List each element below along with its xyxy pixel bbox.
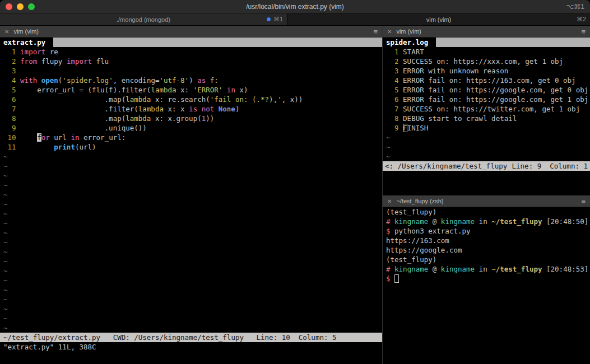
pane-menu-icon[interactable]: ≡	[581, 197, 586, 206]
tab-mongod[interactable]: ./mongod (mongod) ⌘1	[0, 13, 287, 25]
text-segment: https://163.com	[386, 236, 449, 245]
text-segment: $	[386, 274, 391, 283]
text-segment: or	[41, 133, 50, 142]
line-number: 2	[3, 57, 16, 66]
tab-shortcut: ⌘2	[577, 16, 586, 23]
line-number: 4	[386, 76, 399, 85]
text-segment: flu	[92, 57, 109, 66]
code-line: 10 for url in error_url:	[0, 133, 382, 142]
text-segment: ))	[206, 114, 214, 123]
vim-tabline-fill	[53, 38, 382, 47]
minimize-window-button[interactable]	[17, 3, 24, 10]
log-line: 3ERROR with unknown reason	[383, 66, 590, 76]
shell-line: https://google.com	[383, 245, 590, 255]
tilde-line: ~	[0, 314, 382, 323]
text-segment: , x))	[282, 95, 303, 104]
log-terminal[interactable]: spider.log 1START2SUCCESS on: https://xx…	[383, 38, 590, 195]
pane-log: ✕ vim (vim) ≡ spider.log 1START2SUCCESS …	[383, 26, 590, 195]
hollow-cursor: F	[403, 124, 407, 132]
text-segment: print	[54, 143, 75, 151]
tab-activity-indicator-icon	[267, 17, 271, 21]
editor-message-line: "extract.py" 11L, 388C	[0, 342, 382, 352]
text-segment: import	[67, 57, 92, 66]
text-segment: (test_flupy)	[386, 255, 436, 264]
zoom-window-button[interactable]	[28, 3, 35, 10]
code-line: 9 .unique())	[0, 123, 382, 133]
text-segment	[20, 143, 54, 151]
pane-menu-icon[interactable]: ≡	[581, 27, 586, 36]
text-segment: x:	[176, 86, 193, 94]
text-segment: error_url = (flu(f).filter(	[20, 86, 151, 94]
pane-menu-icon[interactable]: ≡	[373, 27, 378, 36]
terminal-window: /usr/local/bin/vim extract.py (vim) ⌥⌘1 …	[0, 0, 590, 364]
tilde-marker: ~	[3, 305, 8, 313]
text-segment: x)	[235, 86, 248, 94]
line-number: 5	[3, 85, 16, 95]
pane-editor-header: ✕ vim (vim) ≡	[0, 26, 382, 38]
text-segment: [20:48:50]	[542, 217, 589, 226]
text-segment: kingname	[441, 217, 475, 226]
text-segment: .map(	[20, 95, 126, 104]
pane-title: vim (vim)	[13, 28, 39, 35]
text-segment: None	[219, 105, 235, 113]
tilde-marker: ~	[3, 181, 8, 189]
shell-terminal[interactable]: (test_flupy)# kingname @ kingname in ~/t…	[383, 207, 590, 364]
editor-terminal[interactable]: extract.py 1import re2from flupy import …	[0, 38, 382, 364]
tilde-marker: ~	[3, 286, 8, 294]
vim-tab-current[interactable]: spider.log	[383, 38, 436, 47]
text-segment: python3 extract.py	[391, 227, 471, 235]
text-segment: INISH	[407, 124, 429, 132]
tilde-marker: ~	[3, 324, 8, 332]
tilde-line: ~	[0, 323, 382, 333]
text-segment: ERROR fail on: https://google.com, get 0…	[403, 86, 588, 94]
close-window-button[interactable]	[6, 3, 12, 10]
text-segment: ~/test_flupy	[491, 217, 542, 226]
close-pane-icon[interactable]: ✕	[383, 198, 396, 204]
log-line: 7SUCCESS on: https://twitter.com, get 1 …	[383, 104, 590, 114]
shell-line: $ python3 extract.py	[383, 226, 590, 236]
code-line: 7 .filter(lambda x: x is not None)	[0, 104, 382, 114]
tilde-marker: ~	[3, 314, 8, 323]
titlebar[interactable]: /usr/local/bin/vim extract.py (vim) ⌥⌘1	[0, 0, 590, 13]
vim-tabline: extract.py	[0, 38, 382, 47]
tilde-marker: ~	[3, 190, 8, 199]
tilde-line: ~	[0, 237, 382, 247]
line-number: 11	[3, 142, 16, 152]
text-segment	[391, 265, 395, 273]
close-pane-icon[interactable]: ✕	[0, 29, 13, 35]
text-segment: @	[428, 217, 441, 226]
text-segment: 'fail on: (.*?),'	[210, 95, 282, 104]
pane-shell-header: ✕ ~/test_flupy (zsh) ≡	[383, 195, 590, 207]
text-segment: x: re.search(	[151, 95, 210, 104]
text-segment: open	[41, 76, 58, 85]
code-line: 1import re	[0, 47, 382, 57]
line-number: 9	[3, 123, 16, 133]
text-segment: url	[50, 133, 71, 142]
traffic-lights	[0, 3, 35, 10]
tilde-line: ~	[0, 218, 382, 228]
log-statusline: <: /Users/kingname/test_flupy Line: 9 Co…	[383, 161, 590, 171]
tab-vim[interactable]: vim (vim) ⌘2	[287, 13, 590, 25]
vim-tab-current[interactable]: extract.py	[0, 38, 53, 47]
text-segment: flupy	[37, 57, 67, 66]
tab-bar: ./mongod (mongod) ⌘1 vim (vim) ⌘2	[0, 13, 590, 26]
text-segment: kingname	[394, 265, 428, 273]
code-line: 4with open('spider.log', encoding='utf-8…	[0, 76, 382, 85]
right-column: ✕ vim (vim) ≡ spider.log 1START2SUCCESS …	[383, 26, 590, 364]
text-segment: SUCCESS on: https://twitter.com, get 1 o…	[403, 105, 580, 113]
pane-editor: ✕ vim (vim) ≡ extract.py 1import re2from…	[0, 26, 383, 364]
line-number: 7	[3, 104, 16, 114]
code-line: 2from flupy import flu	[0, 57, 382, 66]
tilde-marker: ~	[3, 248, 8, 256]
editor-buffer: 1import re2from flupy import flu34with o…	[0, 47, 382, 333]
window-title: /usr/local/bin/vim extract.py (vim)	[0, 3, 590, 11]
tilde-line: ~	[0, 209, 382, 218]
text-segment: ERROR fail on: https://google.com, get 1…	[403, 95, 588, 104]
log-line: 9FINISH	[383, 123, 590, 133]
text-segment: DEBUG start to crawl detail	[403, 114, 517, 123]
tilde-line: ~	[383, 133, 590, 142]
close-pane-icon[interactable]: ✕	[383, 29, 396, 35]
text-segment: in	[475, 217, 491, 226]
tilde-marker: ~	[3, 238, 8, 246]
text-segment: SUCCESS on: https://xxx.com, get 1 obj	[403, 57, 563, 66]
